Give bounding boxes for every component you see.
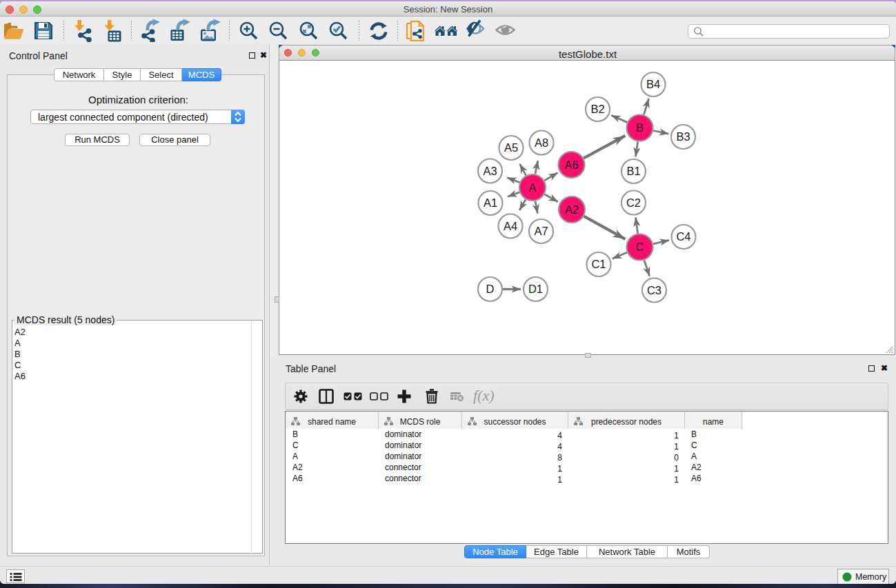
svg-text:B2: B2 xyxy=(590,103,604,115)
svg-text:A6: A6 xyxy=(564,159,578,171)
svg-text:A2: A2 xyxy=(565,203,579,216)
svg-text:C4: C4 xyxy=(676,230,690,243)
svg-text:B: B xyxy=(636,121,644,134)
svg-text:A4: A4 xyxy=(504,220,517,232)
svg-text:C3: C3 xyxy=(647,284,661,296)
svg-text:D1: D1 xyxy=(528,283,543,295)
svg-text:C1: C1 xyxy=(591,258,606,270)
svg-text:A5: A5 xyxy=(504,141,518,154)
svg-text:D: D xyxy=(486,283,495,295)
svg-text:B4: B4 xyxy=(646,78,660,90)
svg-text:A3: A3 xyxy=(483,165,497,177)
svg-text:B1: B1 xyxy=(626,165,640,177)
svg-text:B3: B3 xyxy=(676,130,690,143)
svg-text:C: C xyxy=(636,241,644,253)
svg-text:A: A xyxy=(528,181,536,194)
svg-text:A8: A8 xyxy=(535,136,548,149)
svg-text:A7: A7 xyxy=(534,225,548,237)
svg-text:A1: A1 xyxy=(484,196,497,209)
svg-text:C2: C2 xyxy=(626,196,641,209)
